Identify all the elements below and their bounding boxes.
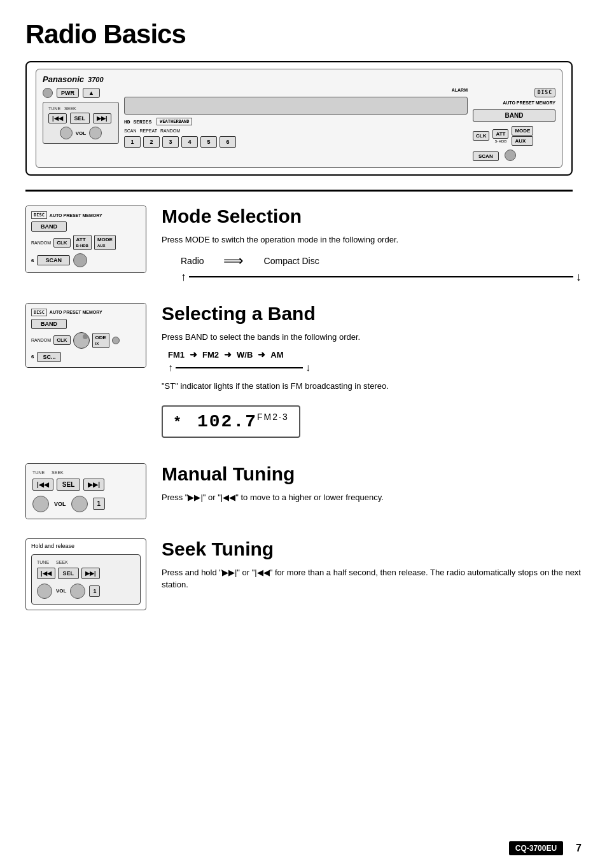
band-content: Selecting a Band Press BAND to select th… [162, 303, 582, 444]
att-button[interactable]: ATT [492, 129, 508, 139]
tuning-preset-1[interactable]: 1 [93, 498, 106, 510]
band-diag-sc: SC... [37, 352, 61, 362]
random-label: RANDOM [160, 129, 180, 133]
mode-flow-back-line [189, 276, 573, 277]
vol-knob-left[interactable] [60, 127, 73, 139]
seek-vol-right[interactable] [70, 584, 85, 599]
brand-label: Panasonic [43, 74, 84, 84]
frequency-display: * 102.7FM2·3 [162, 405, 300, 438]
manual-tuning-desc: Press "▶▶|" or "|◀◀" to move to a higher… [162, 491, 582, 504]
page-footer: CQ-3700EU 7 [509, 841, 582, 855]
seek-tuning-desc: Press and hold "▶▶|" or "|◀◀" for more t… [162, 566, 582, 591]
tune-label: TUNE [48, 106, 60, 111]
vol-knob-right[interactable] [89, 127, 102, 139]
seek-seek-label: SEEK [56, 560, 68, 564]
band-diag-mode: ODEIX [92, 333, 109, 348]
tuning-vol-label: VOL [54, 501, 66, 507]
pwr-button[interactable]: PWR [57, 88, 79, 98]
mode-flow-arrow: ⟹ [223, 253, 245, 269]
hold-release-label: Hold and release [31, 543, 74, 549]
tuning-next-btn[interactable]: ▶▶| [83, 479, 104, 491]
disc-label: DISC [534, 88, 555, 97]
preset-1[interactable]: 1 [124, 136, 141, 148]
band-diag-indicator [112, 337, 120, 344]
mode-diag-clk: CLK [53, 238, 70, 248]
preset-6[interactable]: 6 [220, 136, 236, 148]
preset-2[interactable]: 2 [143, 136, 160, 148]
mode-diag-band: BAND [31, 221, 67, 232]
alarm-label: ALARM [124, 88, 468, 92]
model-label: 3700 [88, 76, 103, 83]
scan-right-button[interactable]: SCAN [473, 151, 499, 161]
mode-diag-scan: SCAN [37, 255, 70, 265]
mode-flow-back-arrow: ↑ [181, 270, 186, 284]
seek-tuning-title: Seek Tuning [162, 538, 582, 560]
preset-5[interactable]: 5 [200, 136, 217, 148]
clk-button[interactable]: CLK [473, 131, 489, 141]
preset-4[interactable]: 4 [181, 136, 198, 148]
band-button[interactable]: BAND [473, 109, 555, 122]
st-note: "ST" indicator lights if the station is … [162, 380, 582, 393]
seek-diagram: Hold and release TUNE SEEK |◀◀ SEL ▶▶| V… [25, 538, 146, 610]
tuning-vol-right[interactable] [71, 496, 88, 512]
seek-sel-btn[interactable]: SEL [58, 568, 80, 579]
band-diag-band-btn: BAND [31, 319, 67, 329]
auto-preset-label: AUTO PRESET MEMORY [473, 101, 555, 105]
hold-release-box: Hold and release TUNE SEEK |◀◀ SEL ▶▶| V… [25, 538, 146, 610]
mode-diagram: DISC AUTO PRESET MEMORY BAND RANDOM CLK … [25, 206, 146, 273]
manual-tuning-title: Manual Tuning [162, 463, 582, 485]
seek-prev-btn[interactable]: |◀◀ [37, 568, 55, 579]
sel-button[interactable]: SEL [70, 113, 90, 124]
mode-button[interactable]: MODE [512, 126, 533, 136]
seek-vol-left[interactable] [37, 584, 52, 599]
main-device-diagram: Panasonic 3700 PWR ▲ TUNE SEEK |◀◀ [25, 61, 573, 176]
section-divider [25, 190, 573, 192]
band-arrow-1: ➜ [190, 349, 197, 360]
eject-button[interactable]: ▲ [83, 88, 100, 98]
preset-3[interactable]: 3 [162, 136, 179, 148]
band-diag-knob [73, 332, 90, 349]
seek-tune-label: TUNE [37, 560, 49, 564]
tape-slot [124, 97, 468, 115]
band-am: AM [270, 350, 283, 360]
mode-diag-random: RANDOM [31, 241, 51, 245]
seek-label: SEEK [64, 106, 76, 111]
manual-tuning-content: Manual Tuning Press "▶▶|" or "|◀◀" to mo… [162, 463, 582, 510]
band-fm2: FM2 [202, 350, 219, 360]
page-title: Radio Basics [25, 19, 582, 50]
mode-diag-6: 6 [31, 258, 34, 263]
seek-tuning-content: Seek Tuning Press and hold "▶▶|" or "|◀◀… [162, 538, 582, 598]
seek-preset-1[interactable]: 1 [89, 585, 100, 597]
mode-flow-diagram: Radio ⟹ Compact Disc ↑ ↓ [181, 253, 582, 284]
selecting-band-section: DISC AUTO PRESET MEMORY BAND RANDOM CLK … [25, 303, 582, 444]
page-number: 7 [576, 843, 582, 854]
band-flow: FM1 ➜ FM2 ➜ W/B ➜ AM [168, 349, 582, 360]
mode-flow-down-arrow: ↓ [576, 270, 582, 284]
freq-value: 102.7 [197, 412, 257, 431]
mode-selection-section: DISC AUTO PRESET MEMORY BAND RANDOM CLK … [25, 206, 582, 284]
mode-diag-mode: MODEAUX [94, 235, 116, 250]
band-arrow-3: ➜ [258, 349, 265, 360]
scan-label: SCAN [124, 129, 136, 133]
tuning-tune-label: TUNE [32, 470, 45, 475]
tuning-diagram: TUNE SEEK |◀◀ SEL ▶▶| VOL 1 [25, 463, 146, 519]
band-wb: W/B [237, 350, 253, 360]
mode-diag-knob [73, 253, 87, 267]
seek-next-btn[interactable]: ▶▶| [81, 568, 100, 579]
seek-vol-label: VOL [56, 588, 66, 594]
tuning-seek-label: SEEK [52, 470, 64, 475]
tuning-vol-left[interactable] [32, 496, 49, 512]
s-hdb-label: S-HDB [492, 139, 508, 143]
tuning-sel-btn[interactable]: SEL [57, 479, 80, 491]
mode-selection-title: Mode Selection [162, 206, 582, 227]
tuning-prev-btn[interactable]: |◀◀ [32, 479, 53, 491]
prev-button[interactable]: |◀◀ [48, 113, 67, 123]
next-button[interactable]: ▶▶| [93, 113, 111, 123]
band-cycle-arrows: ↑ ↓ [168, 362, 582, 374]
mode-flow-radio: Radio [181, 256, 204, 266]
aux-button[interactable]: AUX [512, 136, 533, 146]
seek-tuning-section: Hold and release TUNE SEEK |◀◀ SEL ▶▶| V… [25, 538, 582, 610]
model-badge: CQ-3700EU [509, 841, 563, 855]
band-diagram: DISC AUTO PRESET MEMORY BAND RANDOM CLK … [25, 303, 146, 368]
freq-star: * [173, 415, 183, 431]
